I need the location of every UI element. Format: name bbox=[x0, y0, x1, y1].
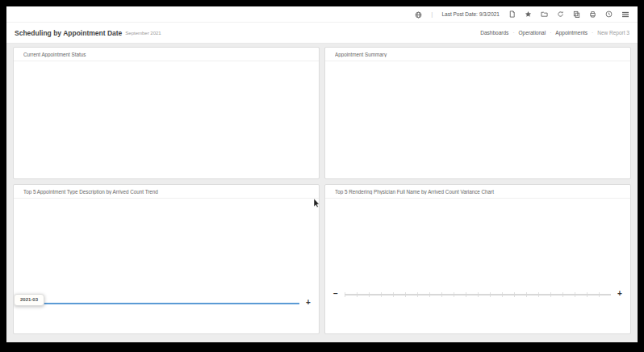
topbar-right-icons bbox=[508, 10, 629, 19]
printer-icon[interactable] bbox=[589, 10, 596, 19]
trend-line-chart[interactable] bbox=[14, 199, 314, 291]
panel-title: Current Appointment Status bbox=[23, 52, 309, 57]
top-toolbar: | Last Post Date: 9/3/2021 bbox=[6, 6, 638, 23]
globe-icon[interactable] bbox=[415, 11, 422, 19]
nav-item-appointments[interactable]: Appointments bbox=[555, 30, 588, 36]
nav-item-operational[interactable]: Operational bbox=[519, 30, 546, 36]
zoom-out-button[interactable]: − bbox=[332, 290, 340, 298]
folder-icon[interactable] bbox=[541, 10, 548, 19]
panel-appointment-type-trend: Top 5 Appointment Type Description by Ar… bbox=[13, 184, 320, 334]
topbar-left-icons bbox=[415, 7, 422, 22]
panel-current-appointment-status: Current Appointment Status bbox=[13, 47, 320, 179]
clock-icon[interactable] bbox=[605, 10, 613, 19]
last-post-date: Last Post Date: 9/3/2021 bbox=[441, 11, 500, 17]
panel-title: Top 5 Rendering Physician Full Name by A… bbox=[335, 189, 621, 195]
status-stacked-bar-chart[interactable] bbox=[14, 65, 314, 161]
mouse-cursor-icon bbox=[314, 199, 320, 207]
divider: | bbox=[431, 10, 433, 18]
dashboard-grid: Current Appointment Status Appointment S… bbox=[6, 44, 638, 342]
refresh-icon[interactable] bbox=[557, 10, 564, 19]
trend-time-slider: − + bbox=[14, 294, 319, 307]
tooltip-title: 2021-03 bbox=[20, 297, 38, 302]
copy-icon[interactable] bbox=[573, 10, 580, 19]
panel-appointment-summary: Appointment Summary bbox=[324, 47, 631, 179]
nav-separator: · bbox=[550, 30, 551, 36]
range-slider-track[interactable] bbox=[33, 300, 299, 307]
nav-separator: · bbox=[592, 30, 593, 36]
variance-time-slider: − + bbox=[325, 285, 630, 298]
nav-item-dashboards[interactable]: Dashboards bbox=[480, 30, 508, 36]
trend-chart-area[interactable]: 2021-03 bbox=[14, 199, 319, 294]
range-slider-track[interactable] bbox=[345, 291, 611, 298]
nav-separator: · bbox=[512, 30, 514, 36]
panel-title: Top 5 Appointment Type Description by Ar… bbox=[23, 189, 309, 195]
file-icon[interactable] bbox=[508, 10, 516, 19]
page-title: Scheduling by Appointment Date bbox=[15, 29, 122, 37]
dashboard-app: | Last Post Date: 9/3/2021 Scheduling by… bbox=[6, 6, 638, 342]
star-icon[interactable] bbox=[525, 10, 532, 19]
panel-title: Appointment Summary bbox=[335, 52, 621, 57]
breadcrumb-nav: Dashboards·Operational·Appointments·New … bbox=[480, 30, 629, 36]
zoom-in-button[interactable]: + bbox=[616, 290, 624, 298]
page-subtitle: September 2021 bbox=[125, 31, 161, 36]
menu-icon[interactable] bbox=[621, 10, 629, 19]
chart-tooltip: 2021-03 bbox=[14, 294, 44, 306]
title-bar: Scheduling by Appointment Date September… bbox=[6, 23, 638, 44]
nav-item-new-report-3[interactable]: New Report 3 bbox=[597, 30, 629, 36]
variance-bar-chart[interactable] bbox=[325, 201, 625, 282]
zoom-in-button[interactable]: + bbox=[304, 299, 312, 307]
panel-physician-variance: Top 5 Rendering Physician Full Name by A… bbox=[324, 184, 631, 334]
